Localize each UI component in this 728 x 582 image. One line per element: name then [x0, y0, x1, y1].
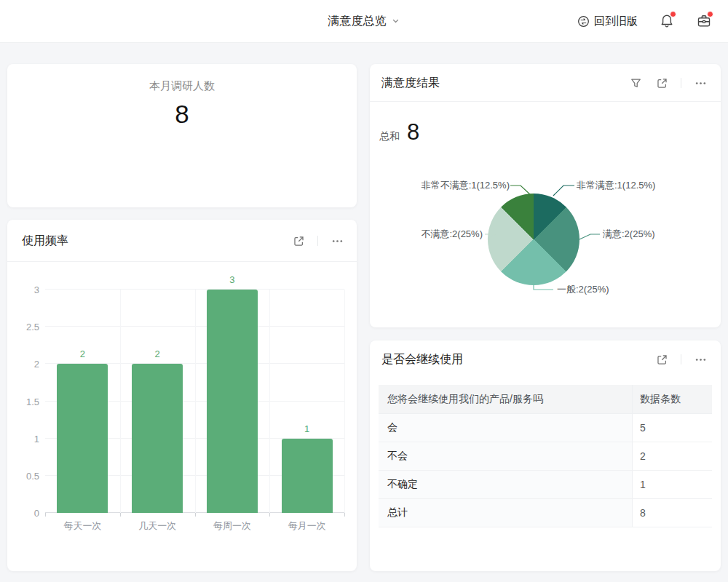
bar-每周一次: [207, 290, 258, 513]
bar-value-label: 3: [229, 275, 234, 284]
top-bar-actions: 回到旧版: [577, 0, 712, 42]
axis-tick: [120, 513, 121, 517]
continue-use-title: 是否会继续使用: [381, 352, 654, 367]
pie-label-unsatisfied: 不满意:2(25%): [370, 229, 483, 239]
x-tick-label: 几天一次: [138, 519, 176, 533]
respondents-title: 本月调研人数: [7, 79, 357, 93]
table-row: 不会2: [379, 442, 712, 471]
y-tick-label: 3: [10, 285, 39, 295]
card-continue-use: 是否会继续使用 您将会继续使用我们的产品/服务吗 数据条数 会5不会2不确定1总…: [370, 340, 721, 571]
table-cell-answer: 总计: [379, 499, 632, 527]
funnel-icon[interactable]: [628, 76, 643, 90]
y-tick-label: 0.5: [10, 471, 39, 480]
table-cell-count: 1: [632, 471, 712, 498]
page-title: 满意度总览: [328, 14, 387, 29]
usage-frequency-title: 使用频率: [22, 234, 291, 249]
x-tick-label: 每天一次: [63, 519, 101, 533]
switch-version-icon: [577, 15, 590, 28]
x-tick-label: 每月一次: [288, 519, 326, 533]
v-gridline: [195, 290, 196, 513]
pie-leader-lines: [370, 64, 721, 327]
external-link-icon[interactable]: [654, 76, 669, 90]
external-link-icon[interactable]: [291, 234, 306, 248]
table-cell-count: 5: [632, 414, 712, 442]
back-to-old-version-button[interactable]: 回到旧版: [577, 15, 638, 28]
bar-chart: 00.511.522.532每天一次2几天一次3每周一次1每月一次: [7, 262, 357, 571]
header-underline: [370, 101, 721, 102]
card-monthly-respondents: 本月调研人数 8: [7, 64, 357, 207]
page-title-dropdown[interactable]: 满意度总览: [328, 0, 400, 42]
workbench-button[interactable]: [696, 13, 712, 29]
top-bar: 满意度总览 回到旧版: [0, 0, 728, 43]
continue-table: 您将会继续使用我们的产品/服务吗 数据条数 会5不会2不确定1总计8: [379, 385, 712, 527]
pie-label-very-satisfied: 非常满意:1(12.5%): [577, 180, 655, 191]
table-row: 总计8: [379, 499, 712, 527]
table-row: 不确定1: [379, 471, 712, 499]
bar-每天一次: [57, 364, 108, 513]
card-usage-frequency: 使用频率 00.511.522.532每天一次2几天一次3每周一次1每月一次: [7, 220, 357, 571]
table-cell-answer: 会: [379, 414, 632, 442]
pie-label-very-unsatisfied: 非常不满意:1(12.5%): [370, 180, 510, 191]
table-header-question: 您将会继续使用我们的产品/服务吗: [379, 385, 632, 413]
table-cell-answer: 不确定: [379, 471, 632, 498]
workbench-badge: [707, 11, 713, 17]
x-tick-label: 每周一次: [213, 519, 251, 533]
axis-tick: [45, 513, 46, 517]
satisfaction-header: 满意度结果: [370, 64, 721, 102]
pie-label-satisfied: 满意:2(25%): [603, 229, 655, 239]
y-tick-label: 1.5: [10, 396, 39, 406]
axis-tick: [269, 513, 270, 517]
table-cell-count: 2: [632, 442, 712, 470]
table-cell-count: 8: [632, 499, 712, 527]
total-value: 8: [407, 121, 419, 143]
satisfaction-total: 总和 8: [379, 121, 419, 143]
bar-每月一次: [282, 439, 333, 513]
satisfaction-title: 满意度结果: [381, 76, 628, 91]
back-to-old-version-label: 回到旧版: [594, 15, 638, 28]
y-tick-label: 2: [10, 359, 39, 369]
continue-use-header: 是否会继续使用: [370, 340, 721, 378]
v-gridline: [344, 290, 345, 513]
bar-value-label: 1: [304, 424, 309, 434]
respondents-value: 8: [7, 100, 357, 129]
pie-chart: 非常满意:1(12.5%) 满意:2(25%) 一般:2(25%) 不满意:2(…: [370, 64, 721, 327]
pie-label-neutral: 一般:2(25%): [557, 284, 609, 295]
axis-tick: [344, 513, 345, 517]
header-divider: [681, 78, 681, 88]
table-cell-answer: 不会: [379, 442, 632, 470]
total-label: 总和: [379, 130, 400, 143]
header-divider: [681, 354, 681, 364]
v-gridline: [120, 290, 121, 513]
ellipsis-icon[interactable]: [693, 76, 708, 90]
y-tick-label: 0: [10, 509, 39, 518]
table-row: 会5: [379, 414, 712, 442]
bar-value-label: 2: [155, 349, 160, 359]
external-link-icon[interactable]: [654, 352, 669, 367]
card-satisfaction-results: 满意度结果 总和 8: [370, 64, 721, 327]
pie: [488, 194, 579, 285]
bar-几天一次: [132, 364, 183, 513]
y-tick-label: 2.5: [10, 322, 39, 332]
bar-value-label: 2: [80, 349, 85, 359]
ellipsis-icon[interactable]: [693, 352, 708, 367]
y-tick-label: 1: [10, 434, 39, 443]
axis-tick: [195, 513, 196, 517]
bar-chart-plot: 00.511.522.532每天一次2几天一次3每周一次1每月一次: [45, 290, 344, 513]
notification-badge: [670, 11, 676, 17]
v-gridline: [269, 290, 270, 513]
notifications-button[interactable]: [659, 13, 675, 29]
usage-frequency-header: 使用频率: [7, 220, 357, 262]
ellipsis-icon[interactable]: [330, 234, 344, 248]
continue-table-rows: 会5不会2不确定1总计8: [379, 414, 712, 527]
header-divider: [317, 236, 318, 246]
continue-table-header: 您将会继续使用我们的产品/服务吗 数据条数: [379, 385, 712, 414]
table-header-count: 数据条数: [632, 385, 712, 413]
chevron-down-icon: [392, 17, 400, 25]
